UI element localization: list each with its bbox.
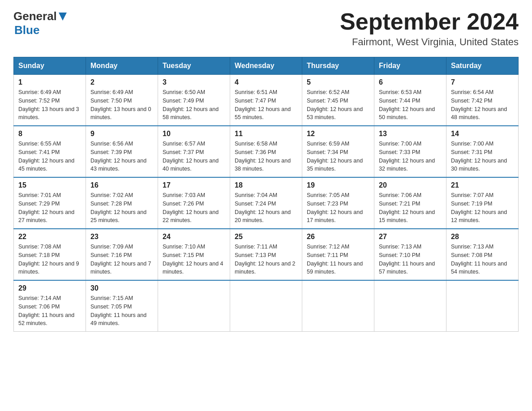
calendar-day-cell: 25 Sunrise: 7:11 AMSunset: 7:13 PMDaylig… <box>230 229 302 280</box>
calendar-day-cell: 21 Sunrise: 7:07 AMSunset: 7:19 PMDaylig… <box>446 177 519 229</box>
calendar-day-cell: 23 Sunrise: 7:09 AMSunset: 7:16 PMDaylig… <box>86 229 158 280</box>
day-number: 6 <box>379 78 442 86</box>
calendar-day-cell: 12 Sunrise: 6:59 AMSunset: 7:34 PMDaylig… <box>302 126 374 177</box>
day-info: Sunrise: 6:52 AMSunset: 7:45 PMDaylight:… <box>307 89 363 120</box>
day-info: Sunrise: 7:13 AMSunset: 7:10 PMDaylight:… <box>379 244 435 275</box>
calendar-week-row: 22 Sunrise: 7:08 AMSunset: 7:18 PMDaylig… <box>14 229 519 280</box>
logo-arrow-icon <box>58 12 68 23</box>
day-number: 30 <box>90 284 153 292</box>
day-info: Sunrise: 6:56 AMSunset: 7:39 PMDaylight:… <box>90 141 146 172</box>
day-info: Sunrise: 6:59 AMSunset: 7:34 PMDaylight:… <box>307 141 363 172</box>
calendar-day-cell: 29 Sunrise: 7:14 AMSunset: 7:06 PMDaylig… <box>14 280 86 332</box>
day-info: Sunrise: 6:49 AMSunset: 7:50 PMDaylight:… <box>90 89 151 120</box>
day-number: 9 <box>90 130 153 138</box>
calendar-day-cell <box>446 280 519 332</box>
calendar-day-cell: 22 Sunrise: 7:08 AMSunset: 7:18 PMDaylig… <box>14 229 86 280</box>
day-number: 7 <box>451 78 514 86</box>
calendar-day-cell: 19 Sunrise: 7:05 AMSunset: 7:23 PMDaylig… <box>302 177 374 229</box>
weekday-header-thursday: Thursday <box>302 57 374 75</box>
calendar-day-cell: 3 Sunrise: 6:50 AMSunset: 7:49 PMDayligh… <box>158 75 230 126</box>
logo: General Blue <box>13 9 68 37</box>
day-number: 14 <box>451 130 514 138</box>
day-info: Sunrise: 7:01 AMSunset: 7:29 PMDaylight:… <box>18 192 74 223</box>
calendar-week-row: 1 Sunrise: 6:49 AMSunset: 7:52 PMDayligh… <box>14 75 519 126</box>
day-info: Sunrise: 7:08 AMSunset: 7:18 PMDaylight:… <box>18 244 79 275</box>
day-info: Sunrise: 7:02 AMSunset: 7:28 PMDaylight:… <box>90 192 146 223</box>
weekday-header-monday: Monday <box>86 57 158 75</box>
day-number: 4 <box>235 78 297 86</box>
day-info: Sunrise: 7:00 AMSunset: 7:31 PMDaylight:… <box>451 141 507 172</box>
calendar-day-cell: 7 Sunrise: 6:54 AMSunset: 7:42 PMDayligh… <box>446 75 519 126</box>
logo-blue-text: Blue <box>14 23 39 37</box>
calendar-day-cell: 2 Sunrise: 6:49 AMSunset: 7:50 PMDayligh… <box>86 75 158 126</box>
location-subtitle: Fairmont, West Virginia, United States <box>340 36 519 48</box>
day-info: Sunrise: 7:06 AMSunset: 7:21 PMDaylight:… <box>379 192 435 223</box>
calendar-day-cell: 8 Sunrise: 6:55 AMSunset: 7:41 PMDayligh… <box>14 126 86 177</box>
day-info: Sunrise: 6:49 AMSunset: 7:52 PMDaylight:… <box>18 89 79 120</box>
calendar-day-cell <box>374 280 446 332</box>
day-number: 10 <box>163 130 225 138</box>
day-number: 16 <box>90 181 153 189</box>
day-info: Sunrise: 6:50 AMSunset: 7:49 PMDaylight:… <box>163 89 219 120</box>
day-number: 29 <box>18 284 81 292</box>
calendar-day-cell <box>158 280 230 332</box>
calendar-day-cell: 5 Sunrise: 6:52 AMSunset: 7:45 PMDayligh… <box>302 75 374 126</box>
month-year-title: September 2024 <box>340 9 519 34</box>
day-number: 21 <box>451 181 514 189</box>
day-info: Sunrise: 7:00 AMSunset: 7:33 PMDaylight:… <box>379 141 435 172</box>
day-info: Sunrise: 6:53 AMSunset: 7:44 PMDaylight:… <box>379 89 435 120</box>
weekday-header-row: SundayMondayTuesdayWednesdayThursdayFrid… <box>14 57 519 75</box>
day-number: 8 <box>18 130 81 138</box>
day-number: 27 <box>379 233 442 241</box>
svg-marker-0 <box>59 13 67 21</box>
calendar-day-cell: 16 Sunrise: 7:02 AMSunset: 7:28 PMDaylig… <box>86 177 158 229</box>
day-number: 22 <box>18 233 81 241</box>
day-number: 26 <box>307 233 369 241</box>
day-number: 19 <box>307 181 369 189</box>
day-number: 20 <box>379 181 442 189</box>
calendar-day-cell: 30 Sunrise: 7:15 AMSunset: 7:05 PMDaylig… <box>86 280 158 332</box>
day-info: Sunrise: 7:10 AMSunset: 7:15 PMDaylight:… <box>163 244 223 275</box>
weekday-header-sunday: Sunday <box>14 57 86 75</box>
day-info: Sunrise: 6:57 AMSunset: 7:37 PMDaylight:… <box>163 141 219 172</box>
title-block: September 2024 Fairmont, West Virginia, … <box>340 9 519 48</box>
day-number: 23 <box>90 233 153 241</box>
calendar-day-cell: 13 Sunrise: 7:00 AMSunset: 7:33 PMDaylig… <box>374 126 446 177</box>
day-info: Sunrise: 7:11 AMSunset: 7:13 PMDaylight:… <box>235 244 296 275</box>
day-info: Sunrise: 7:14 AMSunset: 7:06 PMDaylight:… <box>18 295 74 326</box>
calendar-day-cell: 17 Sunrise: 7:03 AMSunset: 7:26 PMDaylig… <box>158 177 230 229</box>
calendar-week-row: 8 Sunrise: 6:55 AMSunset: 7:41 PMDayligh… <box>14 126 519 177</box>
calendar-day-cell: 18 Sunrise: 7:04 AMSunset: 7:24 PMDaylig… <box>230 177 302 229</box>
day-info: Sunrise: 7:07 AMSunset: 7:19 PMDaylight:… <box>451 192 507 223</box>
day-number: 25 <box>235 233 297 241</box>
calendar-day-cell: 1 Sunrise: 6:49 AMSunset: 7:52 PMDayligh… <box>14 75 86 126</box>
calendar-day-cell: 20 Sunrise: 7:06 AMSunset: 7:21 PMDaylig… <box>374 177 446 229</box>
day-number: 15 <box>18 181 81 189</box>
weekday-header-wednesday: Wednesday <box>230 57 302 75</box>
day-info: Sunrise: 7:04 AMSunset: 7:24 PMDaylight:… <box>235 192 291 223</box>
weekday-header-tuesday: Tuesday <box>158 57 230 75</box>
day-number: 28 <box>451 233 514 241</box>
day-info: Sunrise: 6:51 AMSunset: 7:47 PMDaylight:… <box>235 89 291 120</box>
day-number: 13 <box>379 130 442 138</box>
day-number: 11 <box>235 130 297 138</box>
day-number: 24 <box>163 233 225 241</box>
calendar-day-cell: 27 Sunrise: 7:13 AMSunset: 7:10 PMDaylig… <box>374 229 446 280</box>
day-number: 18 <box>235 181 297 189</box>
day-info: Sunrise: 6:54 AMSunset: 7:42 PMDaylight:… <box>451 89 507 120</box>
calendar-day-cell: 15 Sunrise: 7:01 AMSunset: 7:29 PMDaylig… <box>14 177 86 229</box>
calendar-table: SundayMondayTuesdayWednesdayThursdayFrid… <box>13 57 519 332</box>
day-info: Sunrise: 7:03 AMSunset: 7:26 PMDaylight:… <box>163 192 219 223</box>
page-header: General Blue September 2024 Fairmont, We… <box>13 9 519 48</box>
day-number: 3 <box>163 78 225 86</box>
day-info: Sunrise: 7:13 AMSunset: 7:08 PMDaylight:… <box>451 244 507 275</box>
calendar-day-cell: 28 Sunrise: 7:13 AMSunset: 7:08 PMDaylig… <box>446 229 519 280</box>
day-info: Sunrise: 6:55 AMSunset: 7:41 PMDaylight:… <box>18 141 74 172</box>
calendar-day-cell: 10 Sunrise: 6:57 AMSunset: 7:37 PMDaylig… <box>158 126 230 177</box>
day-number: 12 <box>307 130 369 138</box>
day-number: 17 <box>163 181 225 189</box>
calendar-day-cell <box>302 280 374 332</box>
calendar-day-cell: 11 Sunrise: 6:58 AMSunset: 7:36 PMDaylig… <box>230 126 302 177</box>
calendar-day-cell: 6 Sunrise: 6:53 AMSunset: 7:44 PMDayligh… <box>374 75 446 126</box>
weekday-header-friday: Friday <box>374 57 446 75</box>
